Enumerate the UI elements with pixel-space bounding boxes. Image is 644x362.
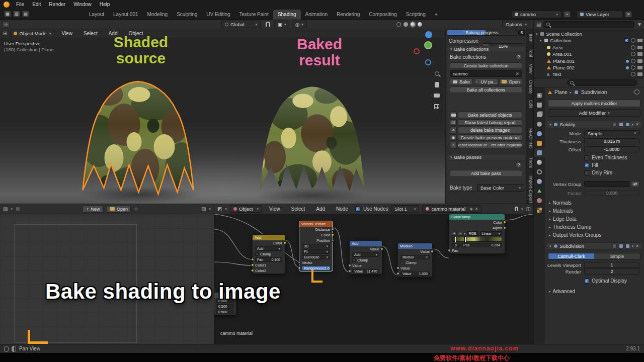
collection-name-input[interactable]: cammo ✕: [450, 70, 522, 77]
shader-menu-node[interactable]: Node: [332, 205, 352, 214]
shaded-source-object[interactable]: [76, 65, 200, 197]
socket-color-out[interactable]: [503, 221, 506, 224]
materials-section[interactable]: ▸Materials: [549, 208, 573, 214]
operation-dropdown[interactable]: Add▾: [352, 252, 379, 257]
levels-viewport-field[interactable]: 1: [584, 262, 639, 268]
image-settings-icon[interactable]: ▨: [201, 206, 206, 212]
rendered-shading-icon[interactable]: [418, 22, 422, 27]
interpolation-dropdown[interactable]: Linear▾: [480, 231, 502, 236]
fake-user-icon[interactable]: ☆: [134, 206, 138, 212]
optimal-display-row[interactable]: ✓ Optimal Display: [584, 278, 627, 284]
hide-viewport-icon[interactable]: [631, 45, 635, 50]
vector-y-field[interactable]: 0.500: [216, 304, 233, 309]
render-toggle-icon[interactable]: [625, 122, 630, 127]
uv-pack-button[interactable]: UV pa...: [474, 78, 498, 85]
remove-stop-button[interactable]: −: [458, 232, 463, 236]
passes-help-button[interactable]: ?: [515, 162, 522, 168]
snap-magnet-icon[interactable]: [266, 22, 270, 27]
wireframe-shading-icon[interactable]: [396, 22, 401, 27]
hide-viewport-icon[interactable]: [631, 52, 635, 56]
viewport-menu-view[interactable]: View: [57, 29, 76, 38]
material-preview-icon[interactable]: ◉: [450, 134, 457, 141]
shield-icon[interactable]: ◈: [470, 207, 473, 211]
bake-selected-objects-button[interactable]: Bake selected objects: [458, 112, 522, 118]
scene-selector[interactable]: cammo ▾: [511, 11, 561, 18]
workspace-tab-rendering[interactable]: Rendering: [332, 10, 364, 20]
extras-menu-icon[interactable]: ▾: [632, 244, 634, 248]
gizmo-axis-z-positive[interactable]: [425, 31, 432, 38]
workspace-tab-sculpting[interactable]: Sculpting: [172, 10, 202, 20]
socket-color1-in[interactable]: [251, 263, 254, 266]
disable-render-icon[interactable]: [637, 39, 642, 42]
add-modifier-dropdown[interactable]: Add Modifier ▾: [548, 109, 640, 117]
baked-result-object[interactable]: [254, 71, 371, 196]
editor-grid-icon[interactable]: ▤: [22, 11, 29, 17]
ramp-options-icon[interactable]: ▾: [464, 232, 466, 236]
ramp-stop-handle[interactable]: [455, 237, 456, 242]
warning-icon[interactable]: ⚠: [450, 142, 457, 148]
socket-color2-in[interactable]: [251, 269, 254, 272]
proportional-edit-dropdown[interactable]: ◎▾: [292, 21, 307, 28]
even-thickness-row[interactable]: Even Thickness: [584, 155, 627, 160]
pan-hand-icon[interactable]: [433, 80, 441, 88]
shader-menu-add[interactable]: Add: [312, 205, 329, 214]
dimensions-dropdown[interactable]: 3D▾: [302, 244, 330, 248]
reset-location-button[interactable]: Reset location of ...cts after explosion: [458, 142, 522, 148]
view-layer-selector[interactable]: View Layer: [577, 11, 623, 18]
outliner-row-plane-002[interactable]: Plane.002: [547, 64, 642, 71]
overlay-toggle-icon[interactable]: ◫: [526, 206, 531, 212]
mode-dropdown[interactable]: Simple ▾: [584, 130, 639, 136]
workspace-tab-layout[interactable]: Layout: [85, 10, 109, 20]
edit-mode-toggle-icon[interactable]: [612, 244, 617, 248]
catmull-clark-button[interactable]: Catmull-Clark: [548, 253, 594, 259]
breadcrumb-object[interactable]: Plane: [554, 89, 568, 95]
workspace-tab-uv-editing[interactable]: UV Editing: [202, 10, 234, 20]
only-rim-row[interactable]: Only Rim: [584, 170, 612, 175]
socket-alpha-out[interactable]: [503, 226, 506, 229]
disable-render-icon[interactable]: [637, 66, 642, 69]
mode-dropdown[interactable]: Object Mode ▾: [10, 30, 54, 37]
delete-icon[interactable]: ✕: [450, 127, 457, 133]
realtime-toggle-icon[interactable]: [619, 122, 623, 127]
material-selector[interactable]: cammo material ◈ ✕: [422, 205, 481, 213]
socket-position-out[interactable]: [331, 239, 334, 242]
socket-value2-in[interactable]: [396, 272, 399, 275]
create-bake-preview-material-button[interactable]: Create bake preview material: [458, 134, 522, 141]
add-workspace-button[interactable]: +: [430, 10, 442, 20]
socket-fac-in[interactable]: [251, 258, 254, 261]
viewport-3d[interactable]: ⊞ Object Mode ▾ View Select Add Object U…: [0, 29, 445, 204]
disable-render-icon[interactable]: [637, 52, 642, 56]
shader-menu-select[interactable]: Select: [287, 205, 309, 214]
zoom-icon[interactable]: [433, 69, 441, 77]
gizmo-axis-z-negative[interactable]: [425, 59, 431, 65]
value-slider[interactable]: Value1.000: [400, 272, 430, 276]
tab-output[interactable]: [534, 100, 545, 110]
socket-color-out[interactable]: [331, 233, 334, 236]
hide-viewport-icon[interactable]: [631, 38, 635, 43]
blender-logo-icon[interactable]: [4, 2, 10, 8]
view-grid-icon[interactable]: ⊞: [3, 31, 7, 36]
outliner-row-scene-collection[interactable]: ▾ Scene Collection: [536, 31, 642, 37]
clear-icon[interactable]: ✕: [515, 71, 519, 76]
factor-field[interactable]: 0.000: [584, 190, 639, 196]
gizmo-axis-y-positive[interactable]: [424, 41, 432, 49]
create-bake-collection-button[interactable]: Create bake collection: [450, 62, 522, 69]
gizmo-axis-x-negative[interactable]: [414, 48, 420, 54]
socket-value-out[interactable]: [431, 250, 434, 253]
disable-render-icon[interactable]: [637, 59, 642, 63]
workspace-tab-compositing[interactable]: Compositing: [364, 10, 401, 20]
baking-progress-bar[interactable]: Baking progress: [447, 30, 517, 36]
clamp-checkbox[interactable]: [352, 258, 356, 262]
solidify-modifier-header[interactable]: ▾ Solidify ▾ ✕: [546, 121, 642, 128]
open-button[interactable]: Open: [499, 78, 522, 85]
outliner-row-collection[interactable]: ▾ Collection ✓: [540, 37, 642, 44]
editor-split-icon[interactable]: ▥: [13, 11, 20, 17]
realtime-toggle-icon[interactable]: [619, 244, 623, 248]
hide-viewport-icon[interactable]: [631, 72, 635, 76]
menu-window[interactable]: Window: [69, 0, 96, 9]
tab-texture[interactable]: [534, 205, 545, 215]
apply-multires-button[interactable]: Apply multires modifier: [548, 100, 640, 107]
socket-value-out[interactable]: [380, 247, 383, 250]
transform-orientation-dropdown[interactable]: Global ▾: [221, 21, 261, 28]
workspace-tab-modeling[interactable]: Modeling: [143, 10, 173, 20]
